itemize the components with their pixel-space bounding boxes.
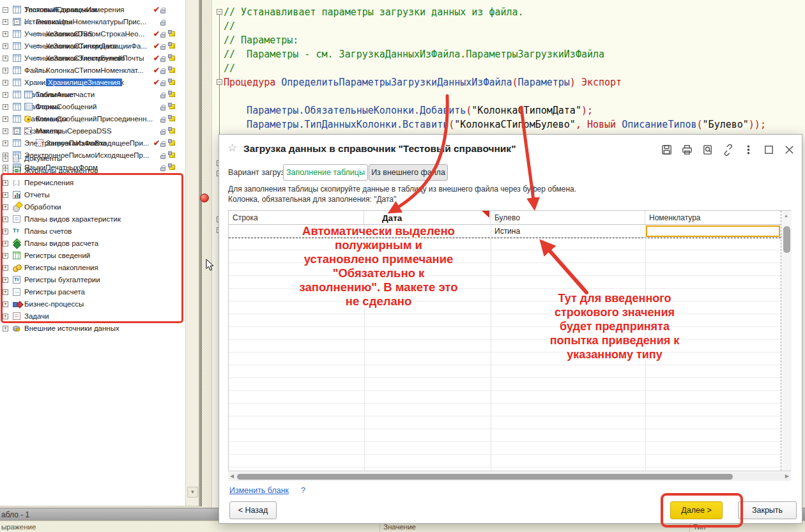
preview-icon[interactable]: [702, 144, 714, 156]
tree-item[interactable]: Команды: [0, 113, 185, 125]
tree-item-label[interactable]: ТестовыйСправочник: [24, 6, 97, 13]
breakpoint-marker-icon[interactable]: [200, 194, 209, 202]
tree-item-label[interactable]: ЗагрузкаИзФайла: [46, 139, 107, 147]
tree-item[interactable]: +Бизнес-процессы: [0, 298, 185, 310]
expand-icon[interactable]: +: [3, 156, 8, 162]
expand-icon[interactable]: +: [3, 253, 8, 259]
close-button[interactable]: Закрыть: [738, 501, 797, 519]
tree-item-label[interactable]: Журналы документов: [24, 167, 98, 174]
horizontal-scroll-thumb[interactable]: [237, 474, 733, 480]
tree-item-label[interactable]: ХранилищеЗначения: [46, 79, 122, 86]
more-menu-icon[interactable]: [742, 144, 755, 156]
fold-collapse-icon[interactable]: −: [217, 79, 222, 85]
favorite-star-icon[interactable]: ☆: [227, 141, 237, 155]
code-line[interactable]: //: [224, 61, 805, 75]
collapse-icon[interactable]: −: [14, 19, 20, 25]
code-line[interactable]: [224, 89, 805, 103]
code-line[interactable]: // Параметры:: [224, 33, 805, 47]
tree-vertical-scrollbar[interactable]: ▼: [185, 0, 199, 506]
link-icon[interactable]: [722, 144, 734, 156]
expand-icon[interactable]: +: [3, 180, 8, 186]
expand-icon[interactable]: +: [3, 277, 8, 283]
tree-item[interactable]: −ТестовыйСправочник✔: [0, 4, 185, 16]
tree-item-label[interactable]: КолонкаСТипомБулево: [46, 54, 125, 62]
tree-item[interactable]: +ТтПланы счетов: [0, 225, 185, 238]
expand-icon[interactable]: +: [3, 229, 8, 234]
tree-item[interactable]: −Макеты: [0, 125, 185, 137]
tree-item-label[interactable]: Формы: [36, 103, 60, 110]
expand-icon[interactable]: +: [3, 192, 8, 198]
expand-icon[interactable]: +: [3, 314, 8, 319]
tree-item-label[interactable]: Регистры расчета: [24, 288, 85, 296]
tree-item[interactable]: +Журналы документов: [0, 165, 185, 177]
tree-item-label[interactable]: Макеты: [36, 127, 62, 135]
tree-item[interactable]: КолонкаСТипомНоменклат...✔: [0, 65, 185, 77]
tree-item[interactable]: Формы: [0, 101, 185, 113]
code-line[interactable]: Параметры.ОбязательныеКолонки.Добавить("…: [224, 103, 805, 118]
tree-item[interactable]: +Регистры накопления: [0, 262, 185, 274]
tree-item-label[interactable]: Регистры сведений: [24, 252, 90, 259]
tree-item-label[interactable]: Документы: [24, 155, 62, 162]
column-header-Номенклатура[interactable]: Номенклатура: [645, 211, 781, 224]
tree-item[interactable]: КолонкаСТипомБулево✔: [0, 52, 185, 65]
tab-fill-table[interactable]: Заполнение таблицы: [283, 164, 368, 181]
tree-item[interactable]: Табличные части: [0, 89, 185, 101]
column-header-Строка[interactable]: Строка: [229, 211, 364, 224]
edit-form-link[interactable]: Изменить бланк: [229, 486, 289, 495]
vertical-scroll-thumb[interactable]: [783, 226, 790, 253]
expand-icon[interactable]: +: [3, 289, 8, 295]
tree-item[interactable]: +Отчеты: [0, 189, 185, 201]
table-body[interactable]: Истина: [229, 225, 781, 471]
help-link[interactable]: ?: [301, 486, 305, 495]
expand-icon[interactable]: +: [3, 241, 8, 247]
cell-boolean-value[interactable]: Истина: [494, 227, 520, 236]
tab-external-file[interactable]: Из внешнего файла: [369, 164, 448, 181]
scroll-right-arrow-icon[interactable]: ▶: [785, 473, 789, 479]
scroll-left-arrow-icon[interactable]: ◀: [230, 473, 234, 479]
next-button[interactable]: Далее >: [670, 501, 723, 519]
tree-item-label[interactable]: КолонкаСТипомДата: [46, 42, 117, 50]
breakpoint-margin[interactable]: [202, 0, 212, 508]
tree-item[interactable]: +Планы видов характеристик: [0, 213, 185, 225]
collapse-icon[interactable]: −: [14, 128, 20, 134]
code-line[interactable]: // Параметры - см. ЗагрузкаДанныхИзФайла…: [224, 47, 805, 61]
tree-item-label[interactable]: КолонкаСТипомСтрокаНео...: [46, 30, 144, 38]
tree-item[interactable]: −Реквизиты: [0, 16, 185, 28]
expand-icon[interactable]: +: [3, 265, 8, 271]
tree-item-label[interactable]: Бизнес-процессы: [24, 300, 84, 308]
close-icon[interactable]: [783, 144, 795, 156]
tree-item-label[interactable]: Планы видов характеристик: [24, 215, 121, 223]
tree-item-label[interactable]: Регистры накопления: [24, 264, 98, 271]
tree-item-label[interactable]: Команды: [36, 115, 67, 123]
tree-item-label[interactable]: Обработки: [24, 203, 61, 211]
tree-item[interactable]: КолонкаСТипомСтрокаНео...✔: [0, 28, 185, 40]
tree-item[interactable]: ЗагрузкаИзФайла✔: [0, 137, 185, 149]
tree-item-label[interactable]: Регистры бухгалтерии: [24, 276, 100, 284]
back-button[interactable]: < Назад: [229, 501, 277, 519]
column-header-Булево[interactable]: Булево: [491, 211, 645, 224]
save-icon[interactable]: [661, 144, 673, 156]
expand-icon[interactable]: +: [3, 217, 8, 222]
tree-item-label[interactable]: КолонкаСТипомНоменклат...: [46, 66, 143, 74]
code-line[interactable]: Параметры.ТипДанныхКолонки.Вставить("Кол…: [224, 118, 805, 132]
code-line[interactable]: // Устанавливает параметры загрузки данн…: [224, 5, 805, 19]
expand-icon[interactable]: +: [3, 168, 8, 174]
tree-item[interactable]: +{..}Перечисления: [0, 177, 185, 189]
table-vertical-scrollbar[interactable]: ▲: [782, 211, 792, 471]
active-cell[interactable]: [646, 225, 780, 237]
code-line[interactable]: Процедура ОпределитьПараметрыЗагрузкиДан…: [224, 75, 805, 89]
tree-item-label[interactable]: Задачи: [24, 312, 49, 320]
expand-icon[interactable]: +: [3, 326, 8, 331]
column-header-Дата[interactable]: Дата: [364, 211, 491, 224]
tree-item[interactable]: КолонкаСТипомДата✔: [0, 40, 185, 52]
expand-icon[interactable]: +: [3, 301, 8, 307]
scroll-up-arrow-icon[interactable]: ▲: [784, 213, 788, 218]
collapse-icon[interactable]: −: [3, 7, 8, 13]
tree-item[interactable]: +Документы: [0, 153, 185, 165]
code-line[interactable]: //: [224, 19, 805, 33]
tree-item[interactable]: +Обработки: [0, 201, 185, 213]
tree-item-label[interactable]: Планы видов расчета: [24, 239, 98, 247]
tree-item-label[interactable]: Реквизиты: [36, 18, 72, 26]
tree-item-label[interactable]: Отчеты: [24, 191, 50, 199]
tree-item-label[interactable]: Внешние источники данных: [24, 324, 119, 332]
